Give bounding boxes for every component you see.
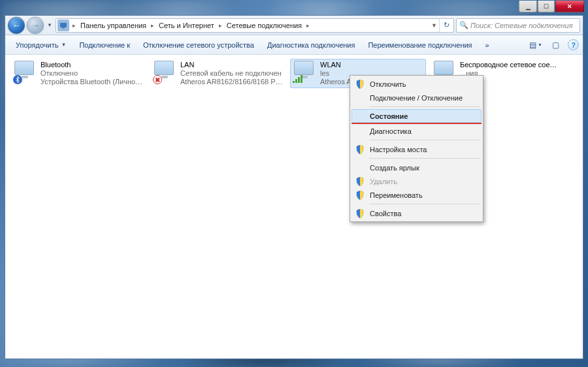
disable-device-button[interactable]: Отключение сетевого устройства (137, 35, 261, 54)
adapter-icon (13, 61, 37, 84)
breadcrumb-control-panel[interactable]: Панель управления (78, 19, 149, 32)
connection-device: Atheros AR8162/8166/8168 PCI-E ... (180, 78, 284, 86)
diagnose-button[interactable]: Диагностика подключения (261, 35, 361, 54)
connect-to-button[interactable]: Подключение к (73, 35, 137, 54)
breadcrumb-network-connections[interactable]: Сетевые подключения (224, 19, 304, 32)
connection-item-bluetooth[interactable]: Bluetooth Отключено Устройства Bluetooth… (10, 59, 146, 88)
maximize-button[interactable]: ☐ (538, 1, 555, 12)
forward-button[interactable]: → (27, 17, 44, 34)
window-titlebar: ▁ ☐ ✕ (0, 0, 588, 15)
connections-list: Bluetooth Отключено Устройства Bluetooth… (5, 55, 583, 359)
context-menu-label: Состояние (370, 112, 408, 120)
connection-name: Беспроводное сетевое соединение (460, 61, 558, 69)
breadcrumb-arrow-icon[interactable]: ▸ (71, 22, 78, 29)
context-menu-item[interactable]: Переименовать (351, 188, 482, 202)
svg-rect-1 (62, 27, 65, 29)
minimize-button[interactable]: ▁ (519, 1, 537, 12)
close-button[interactable]: ✕ (555, 1, 584, 12)
context-menu-label: Свойства (370, 210, 401, 217)
context-menu-separator (369, 158, 480, 159)
adapter-icon: ✖ (153, 61, 176, 84)
adapter-icon (293, 61, 316, 84)
chevron-down-icon: ▼ (538, 42, 542, 47)
search-icon: 🔍 (459, 21, 468, 29)
organize-menu[interactable]: Упорядочить▼ (9, 35, 73, 54)
shield-icon (355, 190, 365, 200)
connection-name: LAN (180, 61, 284, 69)
search-placeholder: Поиск: Сетевые подключения (470, 22, 573, 29)
context-menu-label: Отключить (370, 80, 406, 88)
connection-status: Отключено (41, 69, 144, 78)
context-menu-label: Переименовать (370, 191, 423, 199)
refresh-button[interactable]: ↻ (439, 19, 453, 32)
bluetooth-icon (13, 75, 22, 84)
view-icon: ▤ (529, 40, 536, 50)
breadcrumb-arrow-icon[interactable]: ▸ (304, 22, 312, 29)
shield-icon (355, 208, 365, 219)
disconnected-icon: ✖ (153, 75, 162, 84)
view-options-button[interactable]: ▤ ▼ (525, 38, 547, 52)
help-button[interactable]: ? (568, 39, 579, 50)
signal-icon (293, 75, 303, 83)
context-menu-label: Диагностика (370, 127, 412, 135)
context-menu-item[interactable]: Состояние (351, 109, 482, 123)
more-commands-button[interactable]: » (479, 35, 496, 54)
context-menu-item: Удалить (351, 174, 482, 188)
nav-history-dropdown[interactable]: ▼ (46, 18, 54, 33)
context-menu-item[interactable]: Настройка моста (351, 142, 482, 156)
context-menu-item[interactable]: Подключение / Отключение (351, 91, 482, 104)
context-menu-label: Подключение / Отключение (370, 94, 463, 102)
svg-rect-0 (60, 23, 67, 27)
context-menu-label: Удалить (370, 178, 397, 185)
rename-button[interactable]: Переименование подключения (361, 35, 478, 54)
connection-status: Сетевой кабель не подключен (180, 69, 284, 78)
control-panel-icon (57, 20, 69, 31)
back-button[interactable]: ← (8, 17, 25, 34)
connection-item-lan[interactable]: ✖ LAN Сетевой кабель не подключен Athero… (150, 59, 286, 88)
shield-icon (355, 176, 365, 187)
context-menu-item[interactable]: Создать ярлык (351, 161, 482, 174)
connection-device: Устройства Bluetooth (Личное с... (41, 78, 144, 86)
chevron-down-icon: ▼ (61, 42, 66, 48)
search-input[interactable]: 🔍 Поиск: Сетевые подключения (456, 18, 580, 33)
context-menu: ОтключитьПодключение / ОтключениеСостоян… (350, 75, 483, 222)
explorer-window: ← → ▼ ▸ Панель управления ▸ Сеть и Интер… (5, 15, 583, 359)
context-menu-separator (369, 140, 480, 140)
command-bar: Упорядочить▼ Подключение к Отключение се… (5, 35, 583, 55)
breadcrumb-dropdown-icon[interactable]: ▼ (429, 22, 439, 29)
connection-name: Bluetooth (41, 61, 144, 69)
breadcrumb-arrow-icon[interactable]: ▸ (149, 22, 156, 29)
breadcrumb-arrow-icon[interactable]: ▸ (217, 22, 224, 29)
context-menu-separator (369, 204, 480, 204)
context-menu-label: Создать ярлык (370, 164, 419, 172)
breadcrumb[interactable]: ▸ Панель управления ▸ Сеть и Интернет ▸ … (56, 18, 454, 33)
context-menu-item[interactable]: Диагностика (351, 124, 482, 138)
context-menu-label: Настройка моста (370, 146, 427, 153)
context-menu-item[interactable]: Отключить (351, 77, 482, 91)
context-menu-item[interactable]: Свойства (351, 206, 482, 220)
shield-icon (355, 144, 365, 155)
address-bar: ← → ▼ ▸ Панель управления ▸ Сеть и Интер… (5, 16, 583, 35)
connection-name: WLAN (320, 61, 370, 69)
breadcrumb-network-internet[interactable]: Сеть и Интернет (156, 19, 217, 32)
context-menu-separator (369, 106, 480, 107)
preview-pane-button[interactable]: ▢ (547, 38, 564, 52)
shield-icon (355, 79, 365, 89)
